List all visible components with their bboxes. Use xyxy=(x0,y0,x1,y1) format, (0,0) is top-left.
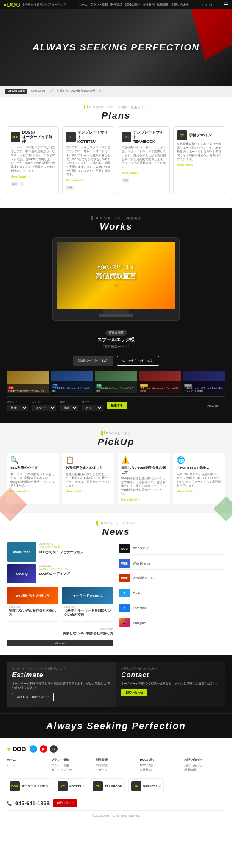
footer-nav-item[interactable]: 採用情報 xyxy=(184,768,225,772)
works-thumb-0[interactable]: 企業 企業案件WEB制作①設計から施工まで xyxy=(7,371,49,393)
plan-link-0[interactable]: More detail → xyxy=(11,175,55,178)
filter-color: カラー カラー xyxy=(82,400,103,411)
footer-other-icon[interactable]: ⊡ xyxy=(50,745,58,753)
nav-recruit[interactable]: 採用情報 xyxy=(157,3,169,7)
pickup-grid: 🔍 SEO対策のやり方 ホームページの制作をプロが行っても、SEO対策を行わない… xyxy=(7,453,225,504)
plan-subtitle-2: 中規模向けのコーポレートサイトをテンプレートベースで提供しています。費用を抑えな… xyxy=(122,145,166,169)
works-site-btn[interactable]: WEBサイトはこちら xyxy=(117,356,159,366)
sidebar-text-2[interactable]: Web制作ツール xyxy=(133,576,154,580)
works-thumb-2-label: 工業高校関連サイトトップページ3プラン提供 xyxy=(96,387,136,392)
footer-nav-item[interactable]: お問い合わせ xyxy=(184,764,225,768)
view-all-link[interactable]: View all xyxy=(207,404,218,408)
sidebar-text-0[interactable]: DOCブログ xyxy=(133,546,149,551)
footer-service-card-1[interactable]: KT KOTETSU xyxy=(55,778,86,794)
twitter-icon[interactable]: T xyxy=(202,3,204,7)
footer-youtube-icon[interactable]: ▶ xyxy=(40,745,47,753)
sidebar-text-4[interactable]: Facebook xyxy=(133,606,146,609)
footer-contact-btn[interactable]: お問い合わせ xyxy=(53,799,77,807)
footer-service-card-0[interactable]: DOG オーダーメイド制作 xyxy=(7,778,51,794)
footer-nav-item[interactable]: 制作実績 xyxy=(96,764,137,768)
nav-works[interactable]: 制作実績 xyxy=(110,3,122,7)
pickup-card-3: 🌐 「KOTETSU」先生... 人気「KOTETSU」先生の制作テクニック解説… xyxy=(173,453,225,504)
view-all-arrow[interactable]: → xyxy=(222,404,225,408)
cta-contact-btn[interactable]: お問い合わせ xyxy=(121,689,147,696)
footer-nav-grid: ホーム ホーム プラン・価格 プラン・価格 ポートフォリオ 制作実績 制作実績 … xyxy=(7,758,225,773)
works-thumb-1-overlay: 工業 工業系企業向けサイトインタビューなど対応 xyxy=(51,381,93,393)
news-card-1: Coding 2023.09.03 DOGのマーケティング DOGのコーディング xyxy=(7,564,113,583)
plan-link-1[interactable]: More detail → xyxy=(66,179,110,182)
footer-nav-item[interactable]: ポートフォリオ xyxy=(51,768,92,772)
footer-nav-item[interactable]: DOGの想い xyxy=(140,764,181,768)
plan-link-2[interactable]: More detail → xyxy=(122,171,166,174)
pickup-card-link-2[interactable]: More detail → xyxy=(121,498,166,501)
plan-tag: 企画 xyxy=(11,182,18,186)
other-icon[interactable]: ⊡ xyxy=(209,3,212,7)
filter-category-select[interactable]: 業種 制作物 xyxy=(7,405,28,411)
plans-grid: DOG DOGのオーダーメイド制作 ホームページの制作をプロがお受けします。制作… xyxy=(7,126,225,194)
news-card-0: WordPress 2023.09.03 DOGの制作情報 DOGからのインビテ… xyxy=(7,542,113,562)
works-filter: カテゴリ 業種 制作物 スタイル スタイル 機能 機能 カラー カラー 検索する… xyxy=(7,396,225,415)
footer-nav-col-2: 制作実績 制作実績 デザイン xyxy=(96,758,137,773)
filter-search-btn[interactable]: 検索する xyxy=(107,402,127,409)
footer-hero-title: Always Seeking Perfection xyxy=(7,721,225,732)
pickup-label-bar xyxy=(101,431,105,436)
sidebar-text-5[interactable]: Instagram xyxy=(133,621,146,624)
sidebar-link-2: WEB Web制作ツール xyxy=(119,572,225,584)
news-date: 2023.09.03 xyxy=(7,628,113,631)
filter-category: カテゴリ 業種 制作物 xyxy=(7,400,28,411)
works-thumb-3-label: 営業サイトのセンタートップイメージ制作対応 xyxy=(140,387,180,392)
headlines-text[interactable]: 失敗しないWeb制作会社の探し方 xyxy=(57,89,227,93)
works-detail-btn[interactable]: 詳細ページはこちら xyxy=(73,356,113,366)
pickup-card-text-0: ホームページの制作をプロが行っても、SEO対策を行わないとGoogleの検索から… xyxy=(10,472,55,487)
works-thumb-1[interactable]: 工業 工業系企業向けサイトインタビューなど対応 xyxy=(51,371,93,393)
plan-link-3[interactable]: More detail → xyxy=(177,164,221,167)
plan-meta-2: 企画 xyxy=(122,178,129,183)
works-thumb-tag: 不動産 xyxy=(140,384,148,387)
footer-nav-item[interactable]: ホーム xyxy=(7,764,48,768)
plan-card-1-header: KT テンプレートサイトKOTETSU xyxy=(66,130,110,144)
sidebar-text-3[interactable]: Twitter xyxy=(133,592,142,595)
cta-contact-title: Contact xyxy=(121,671,220,679)
hamburger-menu[interactable]: ☰ xyxy=(224,2,229,8)
footer-phone[interactable]: 045-641-1868 xyxy=(15,800,50,807)
sidebar-text-1[interactable]: Web Director xyxy=(133,562,150,565)
news-item-title[interactable]: 失敗しないWeb制作会社の探し方 xyxy=(7,632,113,636)
nav-plans[interactable]: プラン・価格 xyxy=(90,3,108,7)
footer-nav-title-4: お問い合わせ xyxy=(184,758,225,762)
youtube-icon[interactable]: Y xyxy=(205,3,207,7)
pickup-card-link-1[interactable]: More detail → xyxy=(66,490,111,493)
nav-company[interactable]: 会社案内 xyxy=(143,3,155,7)
news-more-btn[interactable]: View all xyxy=(7,640,113,646)
pickup-card-link-0[interactable]: More detail → xyxy=(10,490,55,493)
plans-section-label: DOGのホームページ制作・提案プラン xyxy=(7,105,225,109)
footer-nav-item[interactable]: デザイン xyxy=(96,768,137,772)
nav-contact[interactable]: お問い合わせ xyxy=(171,3,189,7)
footer-nav-item[interactable]: 会社案内 xyxy=(140,768,181,772)
news-card-1-category: DOGのマーケティング xyxy=(39,567,113,571)
filter-color-select[interactable]: カラー xyxy=(82,405,103,411)
filter-style-select[interactable]: スタイル xyxy=(32,405,56,411)
footer-service-card-3[interactable]: 学 学習デザイン xyxy=(128,778,164,794)
filter-function-select[interactable]: 機能 xyxy=(60,405,78,411)
nav-home[interactable]: ホーム xyxy=(79,3,88,7)
news-card-0-title: DOGからのインビテーション xyxy=(39,550,113,554)
news-featured-cards: WordPress 2023.09.03 DOGの制作情報 DOGからのインビテ… xyxy=(7,542,113,583)
plan-footer-2: 企画 xyxy=(122,176,166,183)
news-title: News xyxy=(7,526,225,537)
works-thumb-3[interactable]: 不動産 営業サイトのセンタートップイメージ制作対応 xyxy=(139,371,181,393)
pickup-card-title-3: 「KOTETSU」先生... xyxy=(177,466,222,470)
footer-service-card-2[interactable]: TB TEAMBOOK xyxy=(90,778,125,794)
cta-estimate-btn[interactable]: 見積もり・お問い合わせ xyxy=(12,693,54,701)
works-thumb-4[interactable]: 不動産 ご不動産サイト・産業サイト1ページ8カーフィサービス後続 xyxy=(183,371,225,393)
news-card-1-thumb: Coding xyxy=(7,564,36,583)
footer-nav-col-4: お問い合わせ お問い合わせ 採用情報 xyxy=(184,758,225,773)
nav-about[interactable]: DOGの想い xyxy=(125,3,141,7)
works-thumb-2[interactable]: 教育 工業高校関連サイトトップページ3プラン提供 xyxy=(95,371,137,393)
footer-nav-item[interactable]: プラン・価格 xyxy=(51,764,92,768)
headlines-label: HEADLINES xyxy=(5,89,27,94)
header-social: T Y ⊡ xyxy=(202,3,212,7)
pickup-section-label: DOGのおすすめ xyxy=(7,431,225,436)
pickup-card-link-3[interactable]: More detail → xyxy=(177,490,222,493)
footer-twitter-icon[interactable]: T xyxy=(30,745,37,753)
monitor-content: お買い取りします 高値買取宣言 29 xyxy=(96,264,136,287)
